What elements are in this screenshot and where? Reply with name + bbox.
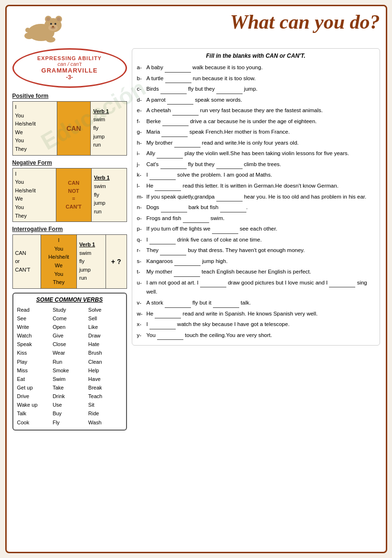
text-k: I solve the problem. I am good at Maths. — [147, 170, 375, 180]
label-p: p- — [137, 224, 147, 234]
label-m: m- — [137, 192, 147, 202]
exercise-u: u- I am not good at art. I draw good pic… — [137, 278, 375, 297]
label-s: s- — [137, 257, 147, 266]
text-t: My mother teach English because her Engl… — [147, 267, 375, 277]
blank-t[interactable] — [174, 271, 200, 277]
label-i: i- — [137, 149, 147, 158]
verbs-grid: ReadSeeWriteWatchSpeakKissPlayMissEatGet… — [17, 305, 122, 427]
blank-h[interactable] — [174, 141, 201, 147]
blank-p[interactable] — [212, 228, 238, 234]
exercise-j: j- Cat's fly but they climb the trees. — [137, 160, 375, 169]
verbs-title: SOME COMMON VERBS — [17, 296, 122, 303]
exercise-i: i- Ally play the violin well.She has bee… — [137, 149, 375, 158]
exercise-h: h- My brother read and write.He is only … — [137, 138, 375, 148]
text-v: A stork fly but it talk. — [147, 298, 375, 308]
blank-j1[interactable] — [160, 163, 187, 169]
svg-point-8 — [54, 23, 56, 25]
exercise-f: f- Berke drive a car because he is under… — [137, 117, 375, 126]
bear-icon — [17, 11, 65, 44]
text-i: Ally play the violin well.She has been t… — [147, 149, 375, 158]
main-title: What can you do? — [70, 11, 380, 33]
text-y: You touch the ceiling.You are very short… — [147, 331, 375, 340]
blank-v2[interactable] — [213, 302, 239, 308]
verbs-box: SOME COMMON VERBS ReadSeeWriteWatchSpeak… — [12, 293, 127, 431]
text-o: Frogs and fish swim. — [147, 214, 375, 223]
blank-f[interactable] — [162, 120, 189, 126]
exercise-o: o- Frogs and fish swim. — [137, 214, 375, 223]
label-e: e- — [137, 106, 147, 116]
exercise-s: s- Kangaroos jump high. — [137, 257, 375, 266]
label-f: f- — [137, 117, 147, 126]
blank-u1[interactable] — [200, 281, 226, 287]
blank-v1[interactable] — [165, 302, 191, 308]
interrogative-form-table: CANorCAN'T IYouHe/she/itWeYouThey Verb 1… — [12, 234, 127, 289]
positive-can-cell: CAN — [57, 102, 91, 156]
svg-point-10 — [52, 26, 54, 28]
fill-title: Fill in the blanks with CAN or CAN'T. — [137, 53, 375, 59]
text-b: A turtle run because it is too slow. — [147, 74, 375, 84]
exercise-d: d- A parrot speak some words. — [137, 95, 375, 105]
blank-g[interactable] — [161, 131, 188, 137]
text-n: Dogs bark but fish . — [147, 203, 375, 212]
blank-u2[interactable] — [329, 281, 355, 287]
interrogative-form-title: Interrogative Form — [12, 226, 127, 232]
exercise-b: b- A turtle run because it is too slow. — [137, 74, 375, 84]
label-w: w- — [137, 309, 147, 319]
text-l: He read this letter. It is written in Ge… — [147, 181, 375, 191]
title-area: What can you do? — [70, 11, 380, 33]
negative-verbs-cell: Verb 1 swimflyjumprun — [91, 168, 127, 222]
exercise-a: a- A baby walk because it is too young. — [137, 63, 375, 73]
label-j: j- — [137, 160, 147, 169]
label-l: l- — [137, 181, 147, 191]
blank-y[interactable] — [157, 334, 183, 340]
blank-q[interactable] — [149, 238, 176, 244]
positive-pronouns: IYouHe/she/itWeYouThey — [12, 102, 57, 156]
interrogative-subject: IYouHe/she/itWeYouThey — [41, 235, 76, 289]
blank-m[interactable] — [216, 195, 243, 201]
svg-point-5 — [57, 17, 61, 21]
text-x: I watch the sky because I have got a tel… — [147, 320, 375, 329]
blank-k[interactable] — [149, 174, 176, 180]
blank-i[interactable] — [157, 152, 183, 158]
exercise-list: a- A baby walk because it is too young. … — [137, 63, 375, 340]
blank-w[interactable] — [155, 312, 181, 318]
text-c: Birds fly but they jump. — [147, 84, 375, 94]
blank-a[interactable] — [165, 66, 191, 73]
blank-j2[interactable] — [216, 163, 243, 169]
label-n: n- — [137, 203, 147, 212]
blank-b[interactable] — [165, 77, 191, 83]
svg-point-3 — [46, 17, 50, 21]
blank-e[interactable] — [172, 109, 199, 116]
blank-x[interactable] — [149, 323, 176, 329]
blank-c2[interactable] — [216, 88, 243, 94]
blank-o[interactable] — [183, 217, 209, 223]
label-d: d- — [137, 95, 147, 105]
header: What can you do? — [12, 11, 380, 44]
left-panel: EXPRESSING ABILITY can / can't GRAMMARVI… — [12, 48, 127, 431]
blank-s[interactable] — [174, 260, 201, 266]
label-h: h- — [137, 138, 147, 148]
negative-pronouns: IYouHe/she/itWeYouThey — [12, 168, 56, 222]
exercise-k: k- I solve the problem. I am good at Mat… — [137, 170, 375, 180]
oval-line1: EXPRESSING ABILITY — [18, 55, 122, 61]
text-e: A cheetah run very fast because they are… — [147, 106, 375, 116]
fill-section: Fill in the blanks with CAN or CAN'T. a-… — [132, 48, 380, 346]
label-t: t- — [137, 267, 147, 277]
text-d: A parrot speak some words. — [147, 95, 375, 105]
negative-cant-cell: CANNOT=CAN'T — [56, 168, 91, 222]
label-v: v- — [137, 298, 147, 308]
blank-l[interactable] — [155, 185, 181, 191]
text-m: If you speak quietly,grandpa hear you. H… — [147, 192, 375, 202]
exercise-t: t- My mother teach English because her E… — [137, 267, 375, 277]
verbs-col1: ReadSeeWriteWatchSpeakKissPlayMissEatGet… — [17, 305, 51, 427]
blank-r[interactable] — [160, 249, 186, 255]
oval-line3: GRAMMARVILLE — [18, 67, 122, 74]
blank-n1[interactable] — [161, 206, 187, 212]
blank-c1[interactable] — [160, 88, 187, 94]
text-h: My brother read and write.He is only fou… — [147, 138, 375, 148]
text-w: He read and write in Spanish. He knows S… — [147, 309, 375, 319]
exercise-g: g- Maria speak French.Her mother is from… — [137, 127, 375, 137]
blank-n2[interactable] — [220, 206, 246, 212]
label-u: u- — [137, 278, 147, 297]
blank-d[interactable] — [167, 98, 193, 105]
